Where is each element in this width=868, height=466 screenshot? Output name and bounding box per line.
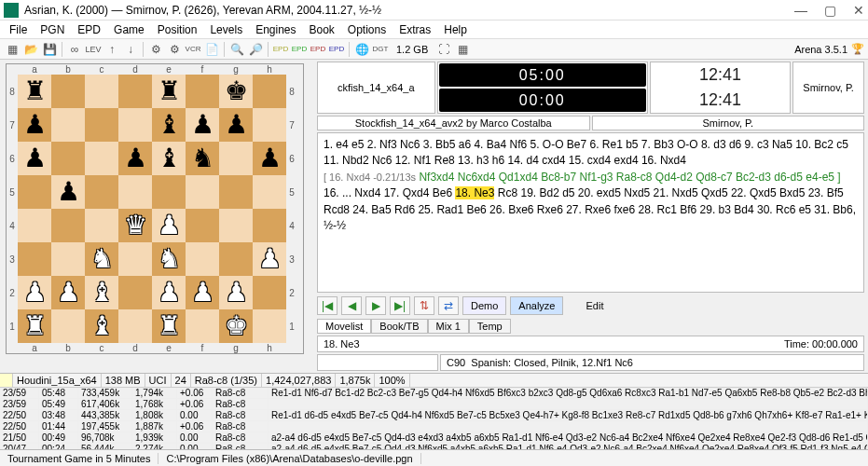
square-a1[interactable]: ♜ — [18, 309, 51, 343]
tool-globe-icon[interactable]: 🌐 — [353, 41, 370, 58]
close-button[interactable]: ✕ — [853, 3, 864, 18]
tool-epd4-icon[interactable]: EPD — [328, 41, 345, 58]
tool-new-icon[interactable]: ▦ — [4, 41, 21, 58]
menu-file[interactable]: File — [4, 21, 33, 38]
square-a8[interactable]: ♜ — [18, 75, 51, 108]
square-e4[interactable]: ♟ — [152, 209, 186, 242]
tool-engine1-icon[interactable]: ⚙ — [147, 41, 164, 58]
tool-vcr-icon[interactable]: VCR — [185, 41, 201, 58]
square-d3[interactable] — [118, 242, 152, 276]
square-b4[interactable] — [51, 209, 85, 242]
square-c7[interactable] — [85, 108, 118, 142]
square-a6[interactable]: ♟ — [18, 142, 51, 175]
edit-label[interactable]: Edit — [586, 300, 603, 311]
minimize-button[interactable]: — — [794, 3, 807, 18]
analyze-button[interactable]: Analyze — [510, 296, 563, 315]
tool-epd1-icon[interactable]: EPD — [272, 41, 289, 58]
notation-pane[interactable]: 1. e4 e5 2. Nf3 Nc6 3. Bb5 a6 4. Ba4 Nf6… — [317, 132, 864, 293]
nav-next-icon[interactable]: ▶ — [365, 296, 386, 315]
square-h2[interactable] — [253, 276, 286, 309]
tool-up-icon[interactable]: ↑ — [103, 41, 120, 58]
nav-prev-icon[interactable]: ◀ — [341, 296, 362, 315]
square-d2[interactable] — [118, 276, 152, 309]
tool-save-icon[interactable]: 💾 — [41, 41, 58, 58]
square-d5[interactable] — [118, 175, 152, 209]
square-d7[interactable] — [118, 108, 152, 142]
square-g6[interactable] — [219, 142, 253, 175]
tool-zoomin-icon[interactable]: 🔍 — [228, 41, 245, 58]
square-e7[interactable]: ♝ — [152, 108, 186, 142]
chess-board[interactable]: abcdefgh8♜♜♚87♟♝♟♟76♟♟♝♞♟65♟54♛♟43♞♞♟32♟… — [6, 63, 304, 354]
square-b1[interactable] — [51, 309, 85, 343]
square-g2[interactable]: ♟ — [219, 276, 253, 309]
tool-grid-icon[interactable]: ▦ — [454, 41, 471, 58]
square-f4[interactable] — [186, 209, 219, 242]
square-d8[interactable] — [118, 75, 152, 108]
square-c8[interactable] — [85, 75, 118, 108]
tab-book[interactable]: Book/TB — [371, 319, 427, 334]
square-e5[interactable] — [152, 175, 186, 209]
menu-position[interactable]: Position — [152, 21, 203, 38]
tool-open-icon[interactable]: 📂 — [22, 41, 39, 58]
square-g4[interactable] — [219, 209, 253, 242]
square-g7[interactable]: ♟ — [219, 108, 253, 142]
square-f3[interactable] — [186, 242, 219, 276]
square-e6[interactable]: ♝ — [152, 142, 186, 175]
square-d6[interactable]: ♟ — [118, 142, 152, 175]
square-a7[interactable]: ♟ — [18, 108, 51, 142]
square-h4[interactable] — [253, 209, 286, 242]
square-f1[interactable] — [186, 309, 219, 343]
analysis-row[interactable]: 23/5905:48733,459k 1,794k+0.06Ra8-c8 Re1… — [0, 388, 868, 399]
square-e2[interactable]: ♟ — [152, 276, 186, 309]
nav-first-icon[interactable]: |◀ — [317, 296, 338, 315]
square-a4[interactable] — [18, 209, 51, 242]
tool-epd2-icon[interactable]: EPD — [291, 41, 308, 58]
square-d1[interactable] — [118, 309, 152, 343]
square-h3[interactable]: ♟ — [253, 242, 286, 276]
tool-doc-icon[interactable]: 📄 — [203, 41, 220, 58]
analysis-row[interactable]: 22/5003:48443,385k 1,808k0.00Ra8-c8 Re1-… — [0, 410, 868, 421]
square-b5[interactable]: ♟ — [51, 175, 85, 209]
menu-game[interactable]: Game — [108, 21, 150, 38]
tool-down-icon[interactable]: ↓ — [122, 41, 139, 58]
square-e3[interactable]: ♞ — [152, 242, 186, 276]
menu-book[interactable]: Book — [304, 21, 340, 38]
nav-flip-icon[interactable]: ⇅ — [414, 296, 434, 315]
menu-epd[interactable]: EPD — [72, 21, 106, 38]
square-c3[interactable]: ♞ — [85, 242, 118, 276]
square-f5[interactable] — [186, 175, 219, 209]
menu-engines[interactable]: Engines — [250, 21, 301, 38]
nav-last-icon[interactable]: ▶| — [390, 296, 410, 315]
analysis-row[interactable]: 21/5000:4996,708k 1,939k0.00Ra8-c8 a2-a4… — [0, 432, 868, 444]
tool-epd3-icon[interactable]: EPD — [310, 41, 326, 58]
square-c2[interactable]: ♝ — [85, 276, 118, 309]
nav-swap-icon[interactable]: ⇄ — [438, 296, 459, 315]
tool-level-icon[interactable]: LEV — [85, 41, 102, 58]
tab-mix1[interactable]: Mix 1 — [428, 319, 469, 334]
square-g8[interactable]: ♚ — [219, 75, 253, 108]
square-h5[interactable] — [253, 175, 286, 209]
square-f6[interactable]: ♞ — [186, 142, 219, 175]
tool-infinity-icon[interactable]: ∞ — [66, 41, 83, 58]
analysis-row[interactable]: 23/5905:49617,406k 1,768k+0.06Ra8-c8 — [0, 399, 868, 410]
square-c1[interactable]: ♝ — [85, 309, 118, 343]
square-h1[interactable] — [253, 309, 286, 343]
square-f8[interactable] — [186, 75, 219, 108]
tab-movelist[interactable]: Movelist — [317, 319, 371, 334]
square-e1[interactable]: ♜ — [152, 309, 186, 343]
menu-levels[interactable]: Levels — [204, 21, 248, 38]
tool-engine2-icon[interactable]: ⚙ — [166, 41, 183, 58]
menu-pgn[interactable]: PGN — [34, 21, 70, 38]
square-b3[interactable] — [51, 242, 85, 276]
square-b6[interactable] — [51, 142, 85, 175]
square-h6[interactable]: ♟ — [253, 142, 286, 175]
square-a5[interactable] — [18, 175, 51, 209]
square-c6[interactable] — [85, 142, 118, 175]
tool-zoomout-icon[interactable]: 🔎 — [247, 41, 264, 58]
menu-extras[interactable]: Extras — [393, 21, 436, 38]
square-h8[interactable] — [253, 75, 286, 108]
tool-dgt-icon[interactable]: DGT — [372, 41, 389, 58]
analysis-row[interactable]: 22/5001:44197,455k 1,887k+0.06Ra8-c8 — [0, 421, 868, 432]
square-g1[interactable]: ♚ — [219, 309, 253, 343]
square-f7[interactable]: ♟ — [186, 108, 219, 142]
